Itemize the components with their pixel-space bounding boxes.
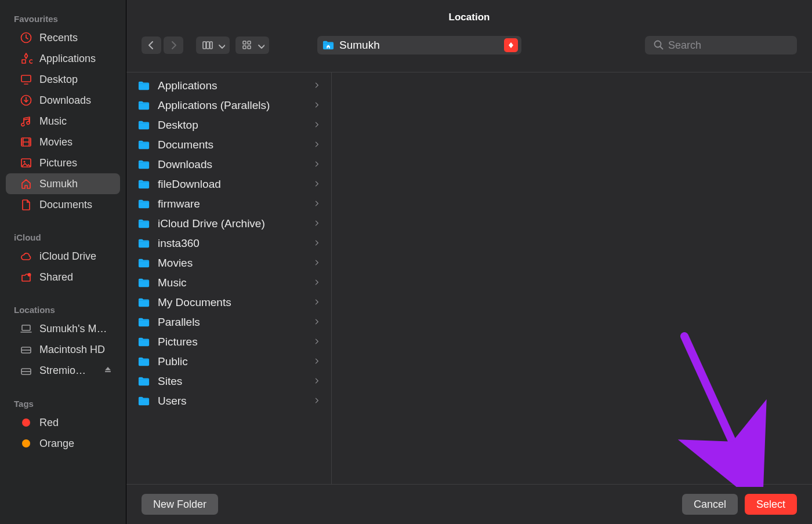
folder-label: Downloads: [158, 158, 306, 171]
chevron-right-icon: [313, 336, 321, 348]
folder-row[interactable]: My Documents: [131, 293, 327, 312]
search-icon: [652, 38, 664, 52]
chevron-right-icon: [313, 296, 321, 309]
chevron-right-icon: [313, 198, 321, 210]
folder-icon: [137, 100, 151, 111]
sidebar-item-pictures[interactable]: Pictures: [6, 152, 120, 173]
chevron-right-icon: [313, 316, 321, 329]
sidebar-section-header: Locations: [0, 300, 126, 318]
apps-icon: [20, 52, 32, 65]
folder-row[interactable]: iCloud Drive (Archive): [131, 214, 327, 234]
sidebar-section-header: Favourites: [0, 9, 126, 27]
view-columns-button[interactable]: [196, 37, 230, 54]
sidebar-item-documents[interactable]: Documents: [6, 194, 120, 215]
new-folder-button[interactable]: New Folder: [142, 494, 218, 515]
sidebar-item-sumukh[interactable]: Sumukh: [6, 173, 120, 194]
folder-icon: [137, 316, 151, 328]
sidebar-item-movies[interactable]: Movies: [6, 132, 120, 152]
shared-icon: [20, 271, 32, 283]
cancel-button[interactable]: Cancel: [682, 494, 738, 515]
sidebar-item-orange[interactable]: Orange: [6, 433, 120, 454]
folder-row[interactable]: fileDownload: [131, 174, 327, 194]
window-title: Location: [126, 0, 812, 36]
sidebar-item-label: Macintosh HD: [39, 344, 113, 356]
folder-row[interactable]: Parallels: [131, 312, 327, 332]
folder-row[interactable]: firmware: [131, 194, 327, 214]
sidebar-item-label: Sumukh's M…: [39, 323, 113, 335]
folder-row[interactable]: Desktop: [131, 115, 327, 135]
home-icon: [20, 177, 32, 190]
folder-label: insta360: [158, 237, 306, 250]
folder-row[interactable]: Pictures: [131, 332, 327, 352]
search-input[interactable]: [668, 39, 790, 52]
chevron-right-icon: [313, 276, 321, 289]
clock-icon: [20, 31, 32, 44]
chevron-right-icon: [313, 119, 321, 132]
folder-row[interactable]: Movies: [131, 253, 327, 273]
eject-icon[interactable]: [103, 364, 113, 377]
folder-icon: [137, 356, 151, 367]
sidebar-item-recents[interactable]: Recents: [6, 27, 120, 48]
sidebar-item-label: Pictures: [39, 157, 113, 169]
search-field[interactable]: [645, 36, 797, 54]
folder-icon: [137, 238, 151, 249]
footer: New Folder Cancel Select: [126, 485, 812, 524]
folder-label: iCloud Drive (Archive): [158, 217, 306, 230]
tag-icon: [20, 416, 32, 429]
main-panel: Location Sumukh: [126, 0, 812, 524]
sidebar-item-desktop[interactable]: Desktop: [6, 69, 120, 90]
folder-row[interactable]: Applications (Parallels): [131, 96, 327, 115]
folder-label: Public: [158, 355, 306, 368]
chevron-right-icon: [313, 99, 321, 112]
folder-label: firmware: [158, 198, 306, 210]
folder-icon: [137, 198, 151, 210]
sidebar-item-music[interactable]: Music: [6, 111, 120, 132]
chevron-right-icon: [313, 158, 321, 171]
sidebar-item-sumukh-s-m-[interactable]: Sumukh's M…: [6, 318, 120, 339]
folder-row[interactable]: Music: [131, 273, 327, 293]
folder-icon: [137, 297, 151, 308]
chevron-right-icon: [313, 217, 321, 230]
folder-label: Users: [158, 395, 306, 407]
folder-row[interactable]: Users: [131, 391, 327, 411]
sidebar-item-label: iCloud Drive: [39, 250, 113, 263]
folder-icon: [137, 336, 151, 348]
folder-icon: [137, 257, 151, 269]
select-button[interactable]: Select: [745, 494, 797, 515]
chevron-right-icon: [313, 395, 321, 407]
pictures-icon: [20, 157, 32, 169]
sidebar-item-applications[interactable]: Applications: [6, 48, 120, 69]
path-control[interactable]: Sumukh: [317, 36, 521, 54]
folder-row[interactable]: Applications: [131, 76, 327, 96]
cloud-icon: [20, 250, 32, 263]
folder-icon: [137, 376, 151, 387]
sidebar-item-label: Sumukh: [39, 178, 113, 190]
sidebar-item-stremio-[interactable]: Stremio…: [6, 360, 120, 381]
sidebar-item-icloud-drive[interactable]: iCloud Drive: [6, 246, 120, 267]
sidebar-item-downloads[interactable]: Downloads: [6, 90, 120, 111]
folder-row[interactable]: insta360: [131, 234, 327, 253]
tag-icon: [20, 437, 32, 450]
forward-button[interactable]: [164, 37, 183, 54]
sidebar-item-red[interactable]: Red: [6, 412, 120, 433]
laptop-icon: [20, 322, 32, 335]
sidebar-item-label: Stremio…: [39, 365, 96, 377]
chevron-right-icon: [313, 257, 321, 270]
sidebar-item-macintosh-hd[interactable]: Macintosh HD: [6, 339, 120, 360]
folder-row[interactable]: Downloads: [131, 155, 327, 174]
sidebar-section-header: Tags: [0, 394, 126, 412]
folder-icon: [137, 179, 151, 190]
folder-label: Parallels: [158, 316, 306, 329]
back-button[interactable]: [142, 37, 161, 54]
folder-row[interactable]: Sites: [131, 372, 327, 391]
home-folder-icon: [322, 39, 335, 52]
sidebar-item-shared[interactable]: Shared: [6, 267, 120, 288]
sidebar-item-label: Orange: [39, 438, 113, 450]
sidebar-item-label: Desktop: [39, 74, 113, 86]
sidebar-item-label: Documents: [39, 199, 113, 211]
view-grid-button[interactable]: [235, 37, 269, 54]
folder-row[interactable]: Documents: [131, 135, 327, 155]
folder-row[interactable]: Public: [131, 352, 327, 372]
path-label: Sumukh: [339, 39, 499, 52]
sidebar-item-label: Applications: [39, 53, 113, 65]
